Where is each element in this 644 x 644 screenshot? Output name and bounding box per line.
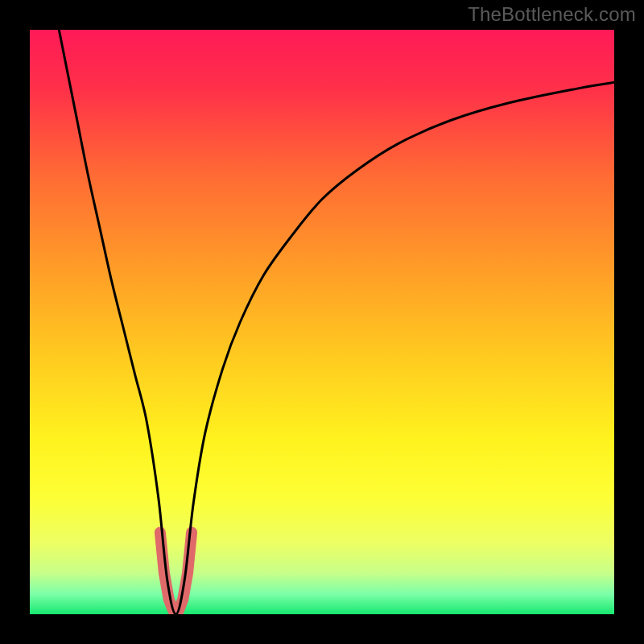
plot-background: [30, 30, 614, 614]
chart-frame: TheBottleneck.com: [0, 0, 644, 644]
bottleneck-chart: [0, 0, 644, 644]
watermark-text: TheBottleneck.com: [468, 3, 636, 26]
